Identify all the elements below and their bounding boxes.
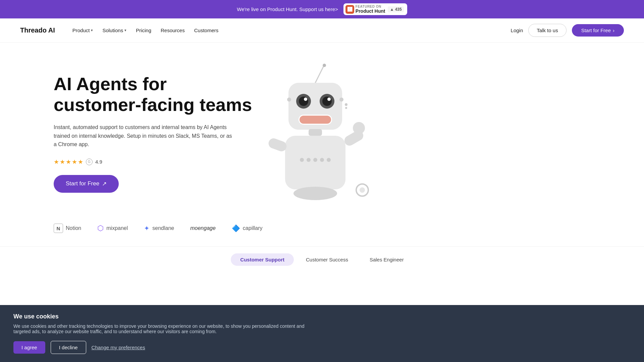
hero-description: Instant, automated support to customers …	[54, 123, 235, 149]
svg-point-27	[360, 187, 365, 193]
tab-customer-support[interactable]: Customer Support	[231, 253, 294, 266]
start-free-button-nav[interactable]: Start for Free ›	[572, 24, 624, 37]
svg-rect-22	[267, 137, 288, 153]
partner-moengage-label: moengage	[190, 225, 216, 231]
chevron-down-icon: ▾	[91, 28, 93, 33]
partner-sendlane-label: sendlane	[152, 225, 174, 231]
svg-point-19	[313, 158, 317, 162]
tab-sales-engineer[interactable]: Sales Engineer	[360, 253, 413, 266]
partner-capillary-label: capillary	[243, 225, 263, 231]
svg-rect-12	[300, 116, 331, 124]
nav-customers[interactable]: Customers	[194, 27, 219, 33]
hero-section: AI Agents for customer-facing teams Inst…	[0, 43, 644, 217]
chevron-down-icon: ▾	[124, 28, 126, 33]
svg-point-21	[327, 158, 331, 162]
arrow-right-icon: ›	[613, 27, 614, 33]
login-button[interactable]: Login	[511, 27, 523, 33]
ph-featured-label: FEATURED ON	[356, 5, 385, 8]
ph-icon: 🅿	[345, 5, 354, 14]
navbar: Threado AI Product ▾ Solutions ▾ Pricing…	[0, 18, 644, 43]
partner-moengage: moengage	[190, 225, 216, 231]
partner-notion: N Notion	[54, 224, 81, 233]
svg-point-7	[304, 98, 307, 101]
sendlane-icon: ✦	[144, 224, 150, 232]
svg-point-14	[345, 107, 347, 109]
star-4: ★	[72, 158, 77, 166]
tab-customer-success[interactable]: Customer Success	[297, 253, 358, 266]
partner-mixpanel-label: mixpanel	[106, 225, 128, 231]
nav-product[interactable]: Product ▾	[72, 27, 93, 33]
svg-rect-16	[285, 136, 345, 189]
svg-point-18	[307, 158, 311, 162]
product-hunt-badge[interactable]: 🅿 FEATURED ON Product Hunt ▲ 435	[343, 3, 407, 15]
partners-section: N Notion ⬡ mixpanel ✦ sendlane moengage …	[0, 217, 644, 246]
svg-point-17	[300, 158, 304, 162]
nav-pricing[interactable]: Pricing	[136, 27, 151, 33]
svg-point-6	[322, 97, 332, 106]
svg-point-9	[287, 98, 291, 102]
mixpanel-icon: ⬡	[97, 224, 104, 233]
ph-arrow-icon: ▲	[390, 7, 394, 12]
ph-logo: 🅿 FEATURED ON Product Hunt	[345, 5, 385, 14]
banner-text: We're live on Product Hunt. Support us h…	[237, 6, 338, 12]
partner-notion-label: Notion	[66, 225, 81, 231]
start-free-button-hero[interactable]: Start for Free ↗	[54, 175, 119, 193]
role-tabs: Customer Support Customer Success Sales …	[0, 246, 644, 273]
star-2: ★	[60, 158, 65, 166]
hero-title: AI Agents for customer-facing teams	[54, 73, 262, 115]
capillary-icon: 🔷	[232, 224, 240, 232]
star-3: ★	[66, 158, 71, 166]
svg-point-13	[345, 103, 347, 106]
partner-sendlane: ✦ sendlane	[144, 224, 174, 232]
rating-number: 4.9	[95, 159, 102, 165]
svg-point-20	[320, 158, 324, 162]
svg-point-24	[353, 122, 365, 134]
nav-solutions[interactable]: Solutions ▾	[102, 27, 126, 33]
partner-capillary: 🔷 capillary	[232, 224, 263, 232]
hero-content: AI Agents for customer-facing teams Inst…	[54, 73, 262, 193]
nav-logo[interactable]: Threado AI	[20, 26, 55, 34]
talk-to-us-button[interactable]: Talk to us	[528, 24, 566, 37]
arrow-icon: ↗	[102, 180, 107, 187]
svg-point-5	[299, 97, 308, 106]
svg-point-1	[323, 64, 326, 67]
hero-robot-illustration	[262, 63, 369, 203]
ph-count-value: 435	[395, 7, 402, 12]
svg-rect-15	[309, 129, 322, 136]
rating-badge-icon: G	[86, 159, 93, 165]
notion-icon: N	[54, 224, 63, 233]
hero-rating: ★ ★ ★ ★ ★ G 4.9	[54, 158, 262, 166]
nav-links: Product ▾ Solutions ▾ Pricing Resources …	[72, 27, 500, 33]
nav-actions: Login Talk to us Start for Free ›	[511, 24, 624, 37]
svg-point-10	[339, 98, 343, 102]
nav-resources[interactable]: Resources	[161, 27, 185, 33]
svg-line-0	[315, 66, 324, 83]
svg-point-25	[293, 187, 337, 200]
star-5: ★	[78, 158, 83, 166]
top-banner: We're live on Product Hunt. Support us h…	[0, 0, 644, 18]
partner-mixpanel: ⬡ mixpanel	[97, 224, 128, 233]
star-rating: ★ ★ ★ ★ ★	[54, 158, 83, 166]
ph-name: Product Hunt	[356, 8, 385, 14]
ph-count: ▲ 435	[388, 6, 404, 12]
star-1: ★	[54, 158, 59, 166]
svg-point-8	[327, 98, 331, 101]
